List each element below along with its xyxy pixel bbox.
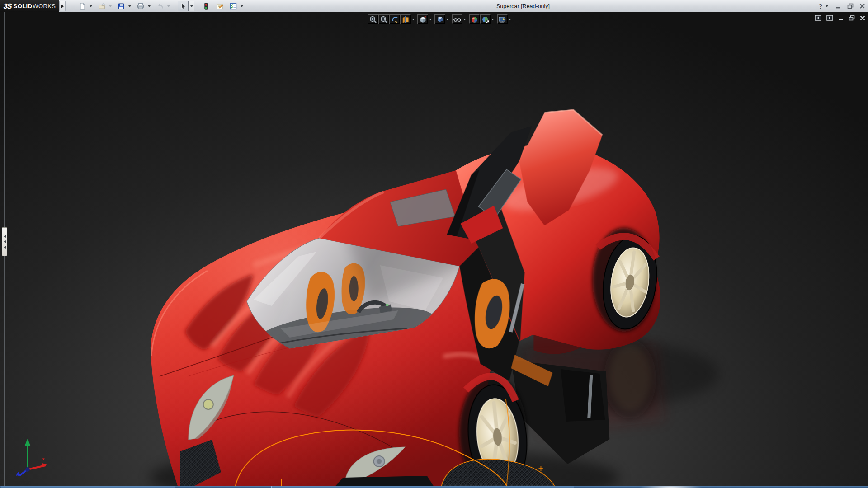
document-window-controls (815, 15, 865, 21)
titlebar: 3S SOLID WORKS (0, 0, 868, 12)
zoom-to-fit-icon (369, 15, 377, 24)
undo-icon (156, 2, 164, 10)
caret-icon (463, 19, 466, 20)
edit-appearance-icon (470, 15, 479, 24)
options-checklist-icon (229, 2, 237, 10)
caret-icon (509, 19, 511, 20)
pane-left-icon (815, 15, 821, 21)
edit-appearance-button[interactable] (469, 14, 480, 24)
close-document-icon (860, 15, 865, 21)
standard-toolbar (77, 1, 245, 11)
taskbar-strip[interactable] (0, 486, 868, 488)
previous-view-button[interactable] (389, 14, 400, 24)
new-document-button[interactable] (77, 1, 88, 11)
print-icon (137, 2, 145, 10)
chevron-left-icon (4, 240, 6, 243)
view-orientation-button[interactable] (417, 14, 428, 24)
taskbar-window-segment[interactable] (271, 486, 574, 488)
chevron-left-icon (4, 246, 6, 249)
print-dropdown[interactable] (146, 1, 152, 11)
display-style-icon (436, 15, 444, 24)
new-document-icon (78, 2, 86, 10)
traffic-light-button[interactable] (201, 1, 212, 11)
caret-icon (491, 19, 494, 20)
view-settings-dropdown[interactable] (508, 14, 512, 24)
view-orientation-icon (419, 15, 427, 24)
hide-show-items-icon (453, 15, 462, 24)
graphics-viewport[interactable]: x *Dimetric (0, 12, 868, 486)
collapsed-panel-handle[interactable] (2, 227, 7, 256)
minimize-document-button[interactable] (838, 15, 844, 21)
close-button[interactable] (859, 3, 865, 9)
hide-show-items-button[interactable] (452, 14, 462, 24)
restore-button[interactable] (847, 3, 854, 9)
zoom-to-area-button[interactable] (378, 14, 389, 24)
open-dropdown[interactable] (108, 1, 113, 11)
minimize-icon (835, 3, 841, 9)
comment-note-icon (216, 2, 224, 10)
flyout-arrow-icon (61, 5, 64, 8)
caret-icon (128, 5, 131, 7)
new-document-dropdown[interactable] (88, 1, 94, 11)
caret-icon (148, 5, 151, 7)
traffic-light-icon (202, 2, 210, 10)
taskbar-window-segment[interactable] (1, 486, 175, 488)
window-title: Supercar [Read-only] (496, 0, 550, 12)
select-button[interactable] (178, 1, 189, 11)
logo-3ds-mark: 3S (3, 2, 12, 10)
options-dropdown[interactable] (239, 1, 245, 11)
open-button[interactable] (96, 1, 107, 11)
comment-note-button[interactable] (214, 1, 225, 11)
view-settings-button[interactable] (497, 14, 508, 24)
select-cursor-icon (179, 2, 187, 10)
restore-icon (847, 3, 854, 9)
apply-scene-button[interactable] (480, 14, 491, 24)
section-view-button[interactable] (400, 14, 411, 24)
window-controls: ? (818, 0, 865, 12)
apply-scene-icon (481, 15, 490, 24)
car-model[interactable] (0, 12, 868, 486)
reference-triad: x (7, 434, 48, 476)
minimize-button[interactable] (835, 3, 841, 9)
view-orientation-dropdown[interactable] (428, 14, 433, 24)
minimize-document-icon (838, 15, 844, 21)
zoom-to-area-icon (380, 15, 388, 24)
pane-right-icon (826, 15, 833, 21)
section-view-dropdown[interactable] (411, 14, 415, 24)
select-dropdown[interactable] (189, 1, 194, 11)
taskbar-glow (637, 486, 704, 488)
view-orientation-label: *Dimetric (5, 479, 31, 486)
open-icon (98, 2, 106, 10)
logo-solid-text: SOLID (14, 3, 33, 9)
collapse-pane-right-button[interactable] (826, 15, 833, 21)
x-axis-label: x (42, 456, 45, 461)
caret-icon (412, 19, 415, 20)
restore-document-button[interactable] (849, 15, 855, 21)
heads-up-view-toolbar (368, 14, 512, 24)
solidworks-logo: 3S SOLID WORKS (0, 0, 59, 12)
display-style-button[interactable] (434, 14, 445, 24)
restore-document-icon (849, 15, 855, 21)
display-style-dropdown[interactable] (445, 14, 450, 24)
undo-dropdown[interactable] (166, 1, 171, 11)
help-button[interactable]: ? (818, 3, 822, 10)
collapse-pane-left-button[interactable] (815, 15, 821, 21)
apply-scene-dropdown[interactable] (491, 14, 495, 24)
caret-icon (241, 5, 243, 7)
hide-show-items-dropdown[interactable] (462, 14, 467, 24)
caret-icon (190, 5, 193, 7)
caret-icon (167, 5, 170, 7)
print-button[interactable] (135, 1, 146, 11)
zoom-to-fit-button[interactable] (368, 14, 378, 24)
save-button[interactable] (116, 1, 127, 11)
close-document-button[interactable] (860, 15, 865, 21)
toolbar-flyout-button[interactable] (59, 1, 66, 11)
options-checklist-button[interactable] (228, 1, 239, 11)
save-dropdown[interactable] (127, 1, 132, 11)
caret-icon (826, 5, 828, 7)
caret-icon (429, 19, 432, 20)
logo-works-text: WORKS (33, 3, 56, 9)
undo-button[interactable] (155, 1, 165, 11)
help-dropdown[interactable] (824, 1, 830, 11)
previous-view-icon (391, 15, 399, 24)
